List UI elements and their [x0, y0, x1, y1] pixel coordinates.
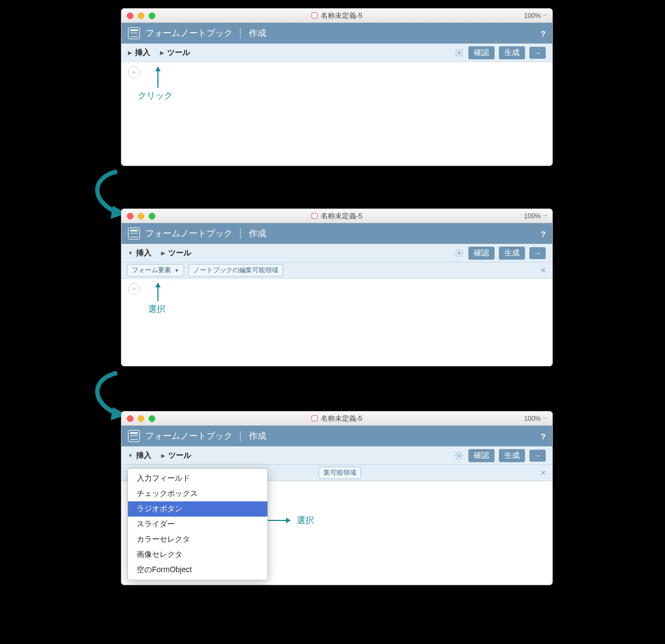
generate-button[interactable]: 生成 — [499, 449, 525, 462]
menu-option-checkbox[interactable]: チェックボックス — [128, 486, 267, 501]
window-step-2: 名称未定義-5 100% ﹀ フォームノートブック │ 作成 ? ▼ 挿入 ▶ … — [121, 208, 553, 366]
svg-point-0 — [458, 51, 461, 54]
zoom-value: 100% — [524, 415, 541, 422]
insert-menu[interactable]: ▼ 挿入 — [128, 451, 151, 461]
gear-icon[interactable] — [454, 451, 464, 461]
svg-point-4 — [458, 454, 461, 457]
menu-option-image-selector[interactable]: 画像セレクタ — [128, 547, 267, 562]
editable-area-label: ノートブックの編集可能領域 — [193, 266, 278, 275]
annotation-click-label: クリック — [138, 90, 173, 102]
form-header: フォームノートブック │ 作成 ? — [121, 426, 552, 446]
chevron-down-icon: ﹀ — [542, 415, 548, 422]
annotation-select-label: 選択 — [148, 304, 166, 315]
document-title-text: 名称未定義-5 — [321, 414, 363, 424]
header-title: フォームノートブック — [145, 431, 233, 442]
header-mode: 作成 — [249, 228, 266, 240]
insert-menu[interactable]: ▶ 挿入 — [128, 48, 150, 58]
traffic-lights — [127, 13, 155, 19]
zoom-control[interactable]: 100% ﹀ — [524, 209, 548, 223]
next-button[interactable]: → — [529, 47, 546, 59]
close-window-icon[interactable] — [127, 213, 133, 219]
caret-down-icon: ▼ — [128, 453, 133, 458]
annotation-select-label: 選択 — [297, 515, 314, 526]
header-mode: 作成 — [249, 431, 266, 442]
help-button[interactable]: ? — [541, 432, 546, 441]
menu-option-radio-button[interactable]: ラジオボタン — [128, 501, 267, 517]
mac-titlebar: 名称未定義-5 100% ﹀ — [121, 209, 552, 223]
tools-menu[interactable]: ▶ ツール — [161, 248, 191, 258]
toolbar: ▼ 挿入 ▶ ツール 確認 生成 → — [121, 244, 552, 262]
next-button[interactable]: → — [529, 450, 546, 462]
sub-toolbar: フォーム要素 ▼ ノートブックの編集可能領域 × — [121, 262, 552, 279]
zoom-control[interactable]: 100% ﹀ — [524, 9, 548, 23]
menu-option-input-field[interactable]: 入力フィールド — [128, 471, 267, 486]
maximize-window-icon[interactable] — [149, 415, 155, 422]
add-cell-button[interactable]: + — [128, 66, 140, 78]
caret-right-icon: ▶ — [128, 50, 132, 56]
editable-area-label: 集可能領域 — [324, 468, 356, 477]
document-title: 名称未定義-5 — [121, 11, 552, 21]
mac-titlebar: 名称未定義-5 100% ﹀ — [121, 9, 552, 23]
tools-menu[interactable]: ▶ ツール — [160, 48, 190, 58]
divider: │ — [238, 229, 243, 238]
maximize-window-icon[interactable] — [149, 213, 155, 219]
header-title: フォームノートブック — [145, 28, 233, 39]
maximize-window-icon[interactable] — [149, 13, 155, 19]
window-step-1: 名称未定義-5 100% ﹀ フォームノートブック │ 作成 ? ▶ 挿入 ▶ … — [121, 8, 553, 166]
close-subbar-button[interactable]: × — [541, 266, 546, 275]
form-notebook-icon — [128, 228, 140, 240]
confirm-button[interactable]: 確認 — [468, 247, 495, 260]
tools-label: ツール — [168, 451, 191, 461]
gear-icon[interactable] — [454, 248, 464, 258]
add-cell-button[interactable]: + — [128, 283, 140, 295]
caret-right-icon: ▶ — [160, 50, 164, 56]
minimize-window-icon[interactable] — [138, 13, 144, 19]
doc-icon — [312, 13, 318, 19]
caret-right-icon: ▶ — [161, 453, 165, 458]
toolbar: ▶ 挿入 ▶ ツール 確認 生成 → — [121, 44, 552, 62]
insert-menu[interactable]: ▼ 挿入 — [128, 248, 151, 258]
close-window-icon[interactable] — [127, 415, 133, 422]
divider: │ — [238, 431, 243, 441]
menu-option-slider[interactable]: スライダー — [128, 517, 267, 532]
form-elements-menu: 入力フィールド チェックボックス ラジオボタン スライダー カラーセレクタ 画像… — [127, 468, 268, 580]
zoom-control[interactable]: 100% ﹀ — [524, 412, 548, 426]
document-title-text: 名称未定義-5 — [321, 211, 363, 221]
annotation-arrow — [157, 67, 158, 88]
insert-label: 挿入 — [136, 248, 151, 258]
confirm-button[interactable]: 確認 — [468, 46, 495, 59]
divider: │ — [238, 28, 243, 38]
editable-area-button[interactable]: ノートブックの編集可能領域 — [188, 264, 283, 277]
menu-option-color-selector[interactable]: カラーセレクタ — [128, 532, 267, 547]
minimize-window-icon[interactable] — [138, 213, 144, 219]
minimize-window-icon[interactable] — [138, 415, 144, 422]
mac-titlebar: 名称未定義-5 100% ﹀ — [121, 412, 552, 426]
content-area: + — [121, 62, 552, 95]
editable-area-button[interactable]: 集可能領域 — [319, 467, 361, 479]
form-header: フォームノートブック │ 作成 ? — [121, 23, 552, 44]
confirm-button[interactable]: 確認 — [468, 449, 495, 462]
insert-label: 挿入 — [135, 48, 150, 58]
content-area: + — [121, 279, 552, 311]
tools-label: ツール — [167, 48, 190, 58]
form-notebook-icon — [128, 430, 140, 442]
next-button[interactable]: → — [529, 247, 546, 259]
tools-menu[interactable]: ▶ ツール — [161, 451, 191, 461]
form-elements-dropdown[interactable]: フォーム要素 ▼ — [127, 264, 184, 277]
menu-option-empty-formobject[interactable]: 空のFormObject — [128, 562, 267, 578]
generate-button[interactable]: 生成 — [499, 247, 525, 260]
help-button[interactable]: ? — [541, 229, 546, 238]
generate-button[interactable]: 生成 — [499, 46, 525, 59]
toolbar: ▼ 挿入 ▶ ツール 確認 生成 → — [121, 446, 552, 465]
chevron-down-icon: ﹀ — [542, 212, 548, 220]
close-window-icon[interactable] — [127, 13, 133, 19]
chevron-down-icon: ﹀ — [542, 12, 548, 20]
form-elements-label: フォーム要素 — [132, 266, 171, 275]
annotation-arrow — [157, 283, 158, 301]
chevron-down-icon: ▼ — [174, 268, 179, 273]
doc-icon — [312, 415, 318, 421]
close-subbar-button[interactable]: × — [541, 468, 546, 478]
document-title: 名称未定義-5 — [121, 414, 552, 424]
help-button[interactable]: ? — [541, 29, 546, 38]
gear-icon[interactable] — [454, 48, 464, 58]
